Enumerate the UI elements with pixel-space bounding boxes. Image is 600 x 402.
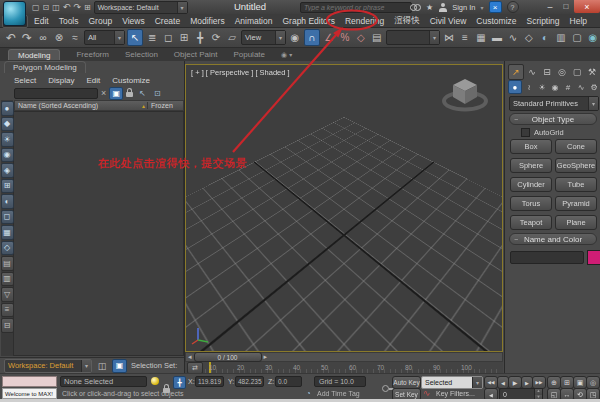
- spinner-snap-icon[interactable]: ◇: [354, 30, 368, 45]
- render-setup-icon[interactable]: ▥: [554, 30, 568, 45]
- workspace-dropdown[interactable]: Workspace: Default ▾: [94, 1, 188, 14]
- menu-group[interactable]: Group: [89, 16, 113, 26]
- object-name-input[interactable]: [510, 251, 584, 264]
- workspace-selector-dropdown[interactable]: Workspace: Default ▾: [4, 359, 92, 373]
- helpers-icon[interactable]: #: [562, 81, 574, 93]
- name-color-rollout[interactable]: − Name and Color: [509, 233, 597, 245]
- explorer-filter-icon[interactable]: ⊟: [1, 318, 14, 333]
- undo-icon[interactable]: ↶: [63, 2, 71, 12]
- explorer-filter-icon[interactable]: ◇: [1, 241, 14, 256]
- lights-icon[interactable]: ☀: [536, 81, 548, 93]
- explorer-filter-icon[interactable]: ≡: [1, 303, 14, 318]
- tab-create-icon[interactable]: ↗: [508, 64, 524, 80]
- curve-editor-icon[interactable]: ∿: [506, 30, 520, 45]
- listener-field[interactable]: Welcome to MAX!: [2, 388, 57, 399]
- button-box[interactable]: Box: [510, 139, 552, 154]
- new-file-icon[interactable]: ▢: [32, 3, 40, 12]
- tab-freeform[interactable]: Freeform: [76, 50, 108, 59]
- explorer-filter-icon[interactable]: ◻: [1, 210, 14, 225]
- pick-parent-icon[interactable]: ↖: [136, 88, 148, 99]
- sign-in-link[interactable]: Sign In: [452, 3, 475, 12]
- geometry-icon[interactable]: ●: [508, 80, 522, 94]
- layer-manager-icon[interactable]: ▦: [474, 30, 488, 45]
- ribbon-minimize-icon[interactable]: ◉▾: [281, 51, 292, 59]
- button-geosphere[interactable]: GeoSphere: [555, 158, 597, 173]
- menu-edit[interactable]: Edit: [34, 16, 49, 26]
- project-folder-icon[interactable]: ⊞: [84, 3, 91, 12]
- x-coordinate-field[interactable]: 119.819: [195, 376, 224, 387]
- menu-views[interactable]: Views: [122, 16, 145, 26]
- menu-help[interactable]: Help: [570, 16, 587, 26]
- menu-scripting[interactable]: Scripting: [527, 16, 560, 26]
- button-pyramid[interactable]: Pyramid: [555, 196, 597, 211]
- explorer-menu-edit[interactable]: Edit: [86, 76, 100, 85]
- ribbon-toggle-icon[interactable]: ▬: [490, 30, 504, 45]
- explorer-filter-icon[interactable]: ◆: [1, 117, 14, 132]
- autogrid-checkbox[interactable]: [521, 128, 530, 137]
- button-torus[interactable]: Torus: [510, 196, 552, 211]
- time-tag-icon[interactable]: ◔: [303, 388, 314, 399]
- viewport-label[interactable]: [ + ] [ Perspective ] [ Shaded ]: [191, 68, 290, 77]
- polygon-modeling-tab[interactable]: Polygon Modeling: [4, 61, 86, 73]
- set-key-curve-icon[interactable]: ∿: [423, 388, 431, 398]
- redo-icon[interactable]: ↷: [20, 30, 34, 45]
- column-frozen-header[interactable]: Frozen: [147, 102, 183, 109]
- menu-create[interactable]: Create: [155, 16, 181, 26]
- z-coordinate-field[interactable]: 0.0: [275, 376, 302, 387]
- menu-tools[interactable]: Tools: [59, 16, 79, 26]
- close-button[interactable]: ×: [574, 0, 600, 13]
- align-icon[interactable]: ≡: [458, 30, 472, 45]
- exchange-store-icon[interactable]: ×: [489, 1, 502, 13]
- button-teapot[interactable]: Teapot: [510, 215, 552, 230]
- tab-modeling[interactable]: Modeling: [8, 49, 60, 60]
- column-name-header[interactable]: Name (Sorted Ascending): [15, 102, 142, 109]
- tab-utilities-icon[interactable]: ⚒: [585, 65, 599, 79]
- workspace-save-icon[interactable]: ◫: [96, 360, 108, 372]
- explorer-toggle-icon[interactable]: ▣: [112, 359, 127, 373]
- select-by-name-icon[interactable]: ≣: [145, 30, 159, 45]
- select-object-icon[interactable]: ↖: [127, 29, 143, 46]
- maximize-button[interactable]: □: [558, 2, 574, 11]
- help-icon[interactable]: ?: [507, 1, 519, 13]
- explorer-search-input[interactable]: [14, 88, 98, 99]
- explorer-filter-icon[interactable]: ⊞: [1, 179, 14, 194]
- explorer-menu-select[interactable]: Select: [14, 76, 36, 85]
- mirror-icon[interactable]: ⋈: [442, 30, 456, 45]
- schematic-view-icon[interactable]: ◇: [522, 30, 536, 45]
- render-production-icon[interactable]: ◉: [586, 30, 600, 45]
- explorer-filter-icon[interactable]: ◉: [1, 148, 14, 163]
- time-slider-next-icon[interactable]: ▸: [264, 353, 268, 361]
- chevron-down-icon[interactable]: ▾: [481, 4, 484, 11]
- explorer-filter-icon[interactable]: ☀: [1, 132, 14, 147]
- explorer-filter-icon[interactable]: ◈: [1, 163, 14, 178]
- menu-render-plugin[interactable]: 渲得快: [394, 15, 420, 27]
- lock-icon[interactable]: [126, 92, 133, 97]
- explorer-filter-icon[interactable]: ●: [1, 101, 14, 116]
- spacewarps-icon[interactable]: ∿: [575, 81, 587, 93]
- explorer-filter-icon[interactable]: ◐: [1, 194, 14, 209]
- button-cylinder[interactable]: Cylinder: [510, 177, 552, 192]
- shapes-icon[interactable]: ≀: [523, 81, 535, 93]
- explorer-menu-customize[interactable]: Customize: [112, 76, 150, 85]
- snap-toggle-icon[interactable]: ∩: [304, 29, 320, 46]
- minimize-button[interactable]: –: [542, 2, 558, 12]
- user-avatar-icon[interactable]: [438, 3, 447, 12]
- application-menu-button[interactable]: [3, 1, 26, 26]
- tab-modify-icon[interactable]: ∿: [525, 65, 539, 79]
- search-input[interactable]: [300, 2, 412, 13]
- angle-snap-icon[interactable]: ∠: [322, 30, 336, 45]
- primitive-category-dropdown[interactable]: Standard Primitives ▾: [509, 96, 599, 111]
- select-rotate-icon[interactable]: ⟳: [209, 30, 223, 45]
- explorer-menu-display[interactable]: Display: [48, 76, 74, 85]
- use-center-icon[interactable]: ◉: [288, 30, 302, 45]
- select-link-icon[interactable]: ∞: [36, 30, 50, 45]
- explorer-list-area[interactable]: [13, 111, 184, 356]
- undo-icon[interactable]: ↶: [4, 30, 18, 45]
- selection-filter-dropdown[interactable]: All ▾: [84, 30, 125, 45]
- material-editor-icon[interactable]: ◐: [538, 30, 552, 45]
- y-coordinate-field[interactable]: 482.235: [235, 376, 264, 387]
- save-file-icon[interactable]: ◫: [52, 3, 60, 12]
- add-time-tag-label[interactable]: Add Time Tag: [317, 390, 360, 397]
- explorer-filter-icon[interactable]: ▽: [1, 287, 14, 302]
- button-cone[interactable]: Cone: [555, 139, 597, 154]
